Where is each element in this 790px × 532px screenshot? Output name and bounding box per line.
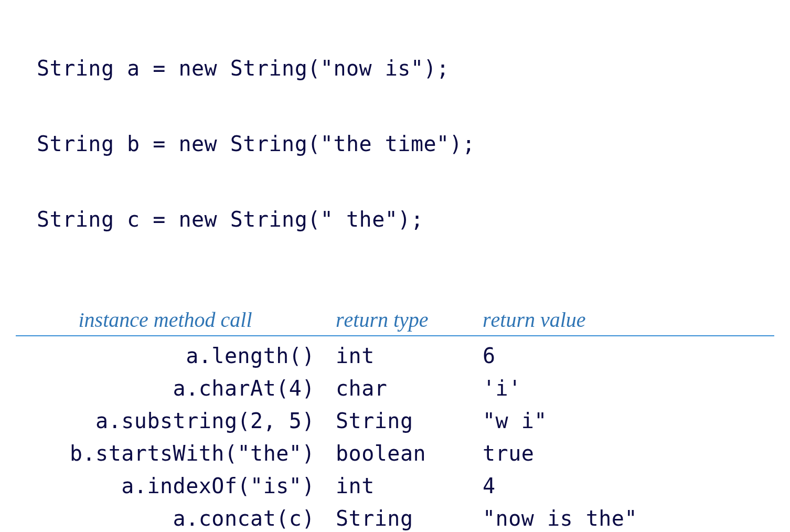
table-body: a.length()int6a.charAt(4)char'i'a.substr… (16, 336, 774, 532)
cell-return-type: int (330, 344, 483, 368)
table-row: a.indexOf("is")int4 (16, 466, 774, 499)
cell-method-call: a.concat(c) (16, 506, 330, 530)
cell-return-value: 4 (483, 474, 774, 498)
cell-method-call: a.charAt(4) (16, 376, 330, 400)
cell-return-value: true (483, 441, 774, 465)
table-row: a.substring(2, 5)String"w i" (16, 401, 774, 434)
code-line: String a = new String("now is"); (37, 56, 774, 81)
cell-return-type: int (330, 474, 483, 498)
cell-return-type: String (330, 506, 483, 530)
cell-return-value: 6 (483, 344, 774, 368)
code-declarations: String a = new String("now is"); String … (16, 5, 774, 282)
header-method-call: instance method call (16, 307, 330, 332)
cell-method-call: a.length() (16, 344, 330, 368)
cell-return-value: "now is the" (483, 506, 774, 530)
code-line: String c = new String(" the"); (37, 207, 774, 232)
cell-return-value: "w i" (483, 409, 774, 433)
cell-return-type: char (330, 376, 483, 400)
cell-method-call: b.startsWith("the") (16, 441, 330, 465)
cell-return-value: 'i' (483, 376, 774, 400)
table-header-row: instance method call return type return … (16, 307, 774, 336)
header-return-value: return value (483, 307, 774, 332)
header-return-type: return type (330, 307, 483, 332)
table-row: a.concat(c)String"now is the" (16, 499, 774, 531)
cell-return-type: String (330, 409, 483, 433)
document-page: String a = new String("now is"); String … (0, 0, 790, 532)
table-row: a.charAt(4)char'i' (16, 369, 774, 401)
cell-method-call: a.substring(2, 5) (16, 409, 330, 433)
cell-method-call: a.indexOf("is") (16, 474, 330, 498)
code-line: String b = new String("the time"); (37, 131, 774, 156)
table-row: a.length()int6 (16, 336, 774, 369)
cell-return-type: boolean (330, 441, 483, 465)
table-row: b.startsWith("the")booleantrue (16, 434, 774, 466)
methods-table: instance method call return type return … (16, 307, 774, 532)
